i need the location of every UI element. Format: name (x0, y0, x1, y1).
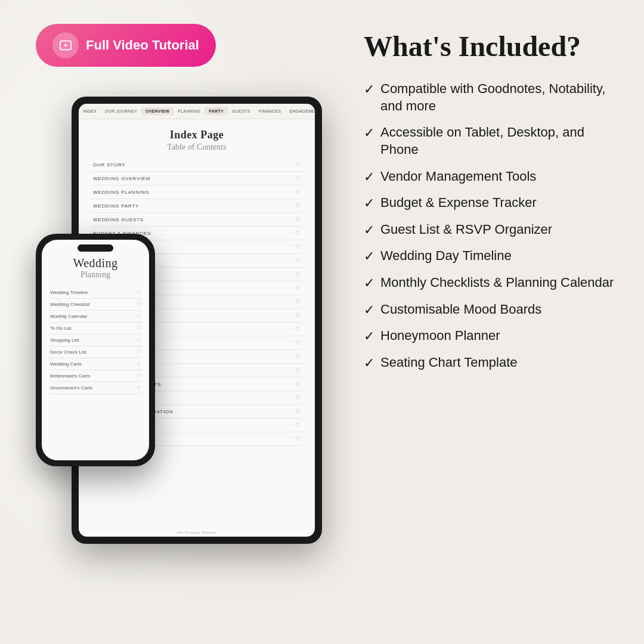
tablet-nav-index: INDEX (79, 107, 101, 115)
feature-item-10: ✓ Seating Chart Template (364, 354, 620, 371)
tablet-index-title: Index Page (91, 129, 303, 141)
tablet-nav-guests: GUESTS (228, 107, 255, 115)
tablet-nav-party: PARTY (205, 107, 228, 115)
phone-list: Wedding Timeline♡ Wedding Checklist♡ Mon… (42, 284, 149, 397)
video-badge-text: Full Video Tutorial (86, 38, 199, 53)
checkmark-icon: ✓ (364, 222, 374, 238)
phone-subtitle: Planning (48, 270, 143, 280)
list-item: WEDDING PARTY♡ (91, 199, 303, 213)
checkmark-icon: ✓ (364, 196, 374, 211)
phone-list-item: Groomsmen's Carts♡ (49, 382, 142, 394)
phone-list-item: Decor Check List♡ (49, 346, 142, 358)
video-tutorial-badge[interactable]: Full Video Tutorial (36, 24, 216, 67)
checkmark-icon: ✓ (364, 82, 374, 97)
tablet-nav-overview: OVERVIEW (141, 107, 174, 115)
phone-list-item: Monthly Calendar♡ (49, 311, 142, 323)
feature-item-8: ✓ Customisable Mood Boards (364, 301, 620, 318)
phone-notch (78, 244, 113, 252)
checkmark-icon: ✓ (364, 355, 374, 371)
left-panel: Full Video Tutorial INDEX OUR JOURNEY OV… (0, 0, 340, 644)
features-list: ✓ Compatible with Goodnotes, Notability,… (364, 80, 620, 371)
tablet-nav: INDEX OUR JOURNEY OVERVIEW PLANNING PART… (79, 104, 315, 119)
phone-list-item: Wedding Carts♡ (49, 358, 142, 370)
tablet-nav-engagement: ENGAGEMENT (285, 107, 315, 115)
list-item: WEDDING PLANNING♡ (91, 185, 303, 199)
checkmark-icon: ✓ (364, 125, 374, 141)
phone-screen: Wedding Planning Wedding Timeline♡ Weddi… (42, 240, 149, 460)
feature-text: Vendor Management Tools (380, 168, 536, 185)
list-item: WEDDING GUESTS♡ (91, 213, 303, 227)
tablet-nav-finances: FINANCES (255, 107, 286, 115)
feature-item-7: ✓ Monthly Checklists & Planning Calendar (364, 274, 620, 292)
checkmark-icon: ✓ (364, 275, 374, 291)
phone-list-item: Wedding Timeline♡ (49, 287, 142, 299)
feature-item-2: ✓ Accessible on Tablet, Desktop, and Pho… (364, 124, 620, 158)
tablet-footer: Her Promise Planner (79, 528, 315, 537)
tablet-nav-planning: PLANNING (174, 107, 205, 115)
phone-list-item: Shopping List♡ (49, 335, 142, 346)
phone-list-item: Bridesmaid's Carts♡ (49, 370, 142, 382)
phone-device: Wedding Planning Wedding Timeline♡ Weddi… (36, 234, 155, 466)
phone-list-item: To Do List♡ (49, 323, 142, 335)
feature-text: Customisable Mood Boards (380, 301, 541, 318)
phone-list-item: Wedding Checklist♡ (49, 299, 142, 311)
feature-text: Monthly Checklists & Planning Calendar (380, 274, 614, 292)
feature-text: Accessible on Tablet, Desktop, and Phone (380, 124, 620, 158)
checkmark-icon: ✓ (364, 249, 374, 264)
tablet-title: Index Page Table of Contents (91, 129, 303, 152)
tablet-subtitle: Table of Contents (91, 143, 303, 152)
devices-container: INDEX OUR JOURNEY OVERVIEW PLANNING PART… (36, 97, 340, 586)
checkmark-icon: ✓ (364, 302, 374, 318)
feature-text: Honeymoon Planner (380, 327, 500, 345)
list-item: WEDDING OVERVIEW♡ (91, 172, 303, 185)
feature-item-4: ✓ Budget & Expense Tracker (364, 194, 620, 212)
feature-item-1: ✓ Compatible with Goodnotes, Notability,… (364, 80, 620, 114)
checkmark-icon: ✓ (364, 169, 374, 185)
tablet-nav-journey: OUR JOURNEY (101, 107, 141, 115)
feature-item-5: ✓ Guest List & RSVP Organizer (364, 221, 620, 239)
feature-text: Budget & Expense Tracker (380, 194, 537, 212)
feature-item-9: ✓ Honeymoon Planner (364, 327, 620, 345)
phone-title: Wedding (48, 256, 143, 270)
video-icon (52, 32, 79, 58)
svg-point-2 (65, 45, 66, 46)
list-item: OUR STORY♡ (91, 158, 303, 172)
feature-text: Wedding Day Timeline (380, 247, 512, 265)
feature-text: Compatible with Goodnotes, Notability, a… (380, 80, 620, 114)
main-title: What's Included? (364, 30, 620, 63)
feature-item-3: ✓ Vendor Management Tools (364, 168, 620, 185)
feature-text: Seating Chart Template (380, 354, 518, 371)
feature-text: Guest List & RSVP Organizer (380, 221, 552, 239)
right-panel: What's Included? ✓ Compatible with Goodn… (346, 0, 644, 644)
feature-item-6: ✓ Wedding Day Timeline (364, 247, 620, 265)
checkmark-icon: ✓ (364, 329, 374, 344)
